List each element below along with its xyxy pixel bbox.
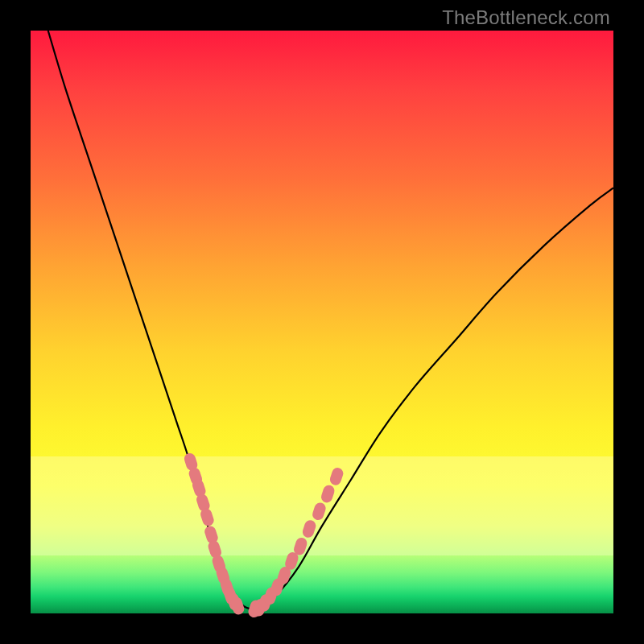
marker-point (301, 518, 317, 539)
chart-frame: TheBottleneck.com (0, 0, 644, 644)
chart-svg (31, 31, 613, 613)
marker-point (320, 484, 336, 504)
marker-point (328, 466, 345, 486)
marker-point (311, 502, 327, 522)
marker-cluster-right (247, 466, 345, 619)
plot-area (31, 31, 613, 613)
marker-cluster-left (183, 452, 246, 616)
watermark-text: TheBottleneck.com (442, 6, 610, 29)
bottleneck-curve (48, 31, 613, 609)
